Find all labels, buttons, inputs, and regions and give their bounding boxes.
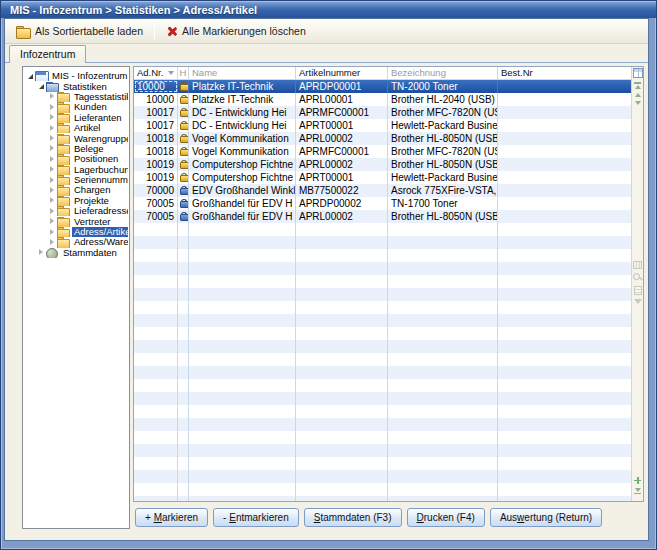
grid-select-all-icon[interactable] <box>633 68 643 78</box>
tree-item-adress-artikel[interactable]: Adress/Artikel <box>24 227 128 237</box>
column-header-name[interactable]: Name <box>189 67 296 80</box>
footer-button-auswertung-return[interactable]: Auswertung (Return) <box>490 508 602 527</box>
tree-item-warengruppen[interactable]: Warengruppen <box>24 133 128 143</box>
scroll-top-icon[interactable] <box>634 81 641 89</box>
table-row[interactable]: 10017DC - Entwicklung HeiAPRMFC00001Brot… <box>134 106 631 119</box>
cell-name: DC - Entwicklung Hei <box>189 106 296 119</box>
table-row[interactable]: 10000Platzke IT-TechnikAPRDP00001TN-2000… <box>134 80 631 93</box>
tree-item-positionen[interactable]: Positionen <box>24 154 128 164</box>
column-header-bezeichnung[interactable]: Bezeichnung <box>388 67 498 80</box>
cell-ad-nr: 10000 <box>134 93 178 106</box>
tree-item-kunden[interactable]: Kunden <box>24 102 128 112</box>
column-header-h[interactable]: H <box>178 67 189 80</box>
table-row[interactable]: 10019Computershop FichtneAPRT00001Hewlet… <box>134 171 631 184</box>
tree-expand-icon[interactable] <box>48 113 57 122</box>
tree-item-projekte[interactable]: Projekte <box>24 196 128 206</box>
column-chooser-icon[interactable] <box>633 261 642 269</box>
row-up-icon[interactable] <box>635 93 641 97</box>
export-icon[interactable] <box>634 286 642 295</box>
cell-ad-nr <box>134 418 178 431</box>
table-row[interactable]: 10018Vogel KommunikationAPRL00002Brother… <box>134 132 631 145</box>
tree-expand-icon[interactable] <box>48 207 57 216</box>
table-row[interactable]: 70000EDV Großhandel WinklMB77500022Asroc… <box>134 184 631 197</box>
cell-name <box>189 249 296 262</box>
cell-artikelnummer <box>296 483 388 496</box>
cell-bezeichnung <box>388 483 498 496</box>
footer-button-entmarkieren[interactable]: - Entmarkieren <box>213 508 299 527</box>
tree-expand-icon[interactable] <box>48 196 57 205</box>
table-row[interactable]: 10000Platzke IT-TechnikAPRL00001Brother … <box>134 93 631 106</box>
row-down-icon[interactable] <box>635 101 641 105</box>
cell-bezeichnung <box>388 288 498 301</box>
tree-expand-icon[interactable] <box>48 103 57 112</box>
tree-item-mis-infozentrum[interactable]: MIS - Infozentrum <box>24 71 128 81</box>
tree-expand-icon[interactable] <box>48 217 57 226</box>
cell-h <box>178 288 189 301</box>
tree-expand-icon[interactable] <box>48 176 57 185</box>
cell-ad-nr <box>134 327 178 340</box>
table-row[interactable]: 10017DC - Entwicklung HeiAPRT00001Hewlet… <box>134 119 631 132</box>
tree-expand-icon[interactable] <box>48 165 57 174</box>
column-header-artikelnummer[interactable]: Artikelnummer <box>296 67 388 80</box>
tree-item-tagesstatistik[interactable]: Tagesstatistik <box>24 92 128 102</box>
tree-expand-icon[interactable] <box>48 228 57 237</box>
column-header-ad-nr-[interactable]: Ad.Nr. <box>134 67 178 80</box>
tree-item-artikel[interactable]: Artikel <box>24 123 128 133</box>
yellow-padlock-icon <box>180 160 187 169</box>
tree-item-vertreter[interactable]: Vertreter <box>24 216 128 226</box>
footer-button-markieren[interactable]: + Markieren <box>135 508 208 527</box>
grid-panel: Ad.Nr.HNameArtikelnummerBezeichnungBest.… <box>133 66 644 529</box>
tree-item-belege[interactable]: Belege <box>24 144 128 154</box>
cell-best-nr <box>498 184 631 197</box>
tree-item-chargen[interactable]: Chargen <box>24 185 128 195</box>
tree-expand-icon[interactable] <box>48 124 57 133</box>
footer-button-stammdaten-f3[interactable]: Stammdaten (F3) <box>304 508 402 527</box>
tree-item-stammdaten[interactable]: Stammdaten <box>24 248 128 258</box>
tree-item-label: Warengruppen <box>72 134 128 144</box>
table-row[interactable]: 70005Großhandel für EDV HAPRDP00002TN-17… <box>134 197 631 210</box>
tree-expand-icon[interactable] <box>48 186 57 195</box>
cell-h <box>178 93 189 106</box>
tab-infozentrum[interactable]: Infozentrum <box>9 45 86 63</box>
tree-expand-icon[interactable] <box>48 92 57 101</box>
tree-expand-icon[interactable] <box>48 144 57 153</box>
yellow-padlock-icon <box>180 108 187 117</box>
tree-item-lieferanten[interactable]: Lieferanten <box>24 113 128 123</box>
cell-ad-nr: 10019 <box>134 171 178 184</box>
cell-bezeichnung: TN-2000 Toner <box>388 80 498 93</box>
cell-ad-nr: 70005 <box>134 197 178 210</box>
scroll-bottom-icon[interactable] <box>634 488 641 496</box>
search-icon[interactable] <box>633 273 642 282</box>
load-sort-table-button[interactable]: Als Sortiertabelle laden <box>9 21 150 41</box>
tree-collapse-icon[interactable] <box>26 72 35 81</box>
table-row[interactable]: 10018Vogel KommunikationAPRMFC00001Broth… <box>134 145 631 158</box>
cell-ad-nr <box>134 431 178 444</box>
tree-expand-icon[interactable] <box>48 155 57 164</box>
cell-h <box>178 80 189 93</box>
cell-name <box>189 457 296 470</box>
tree-expand-icon[interactable] <box>48 238 57 247</box>
tree-item-lagerbuchungen[interactable]: Lagerbuchungen <box>24 165 128 175</box>
cell-best-nr <box>498 353 631 366</box>
insert-row-icon[interactable] <box>634 477 641 484</box>
tree-item-statistiken[interactable]: Statistiken <box>24 81 128 91</box>
tree-item-adress-warengruppen[interactable]: Adress/Warengruppen <box>24 237 128 247</box>
cell-bezeichnung <box>388 249 498 262</box>
footer-button-drucken-f4[interactable]: Drucken (F4) <box>407 508 485 527</box>
cell-name <box>189 223 296 236</box>
tree-item-seriennummern[interactable]: Seriennummern <box>24 175 128 185</box>
filter-icon[interactable] <box>634 299 642 304</box>
tree-item-lieferadressen[interactable]: Lieferadressen <box>24 206 128 216</box>
tree-collapse-icon[interactable] <box>37 82 46 91</box>
tree-item-label: Tagesstatistik <box>72 92 128 102</box>
cell-h <box>178 314 189 327</box>
clear-marks-button[interactable]: Alle Markierungen löschen <box>159 21 313 41</box>
tree-expand-icon[interactable] <box>37 248 46 257</box>
folder-icon <box>57 237 70 247</box>
tree-expand-icon[interactable] <box>48 134 57 143</box>
cell-ad-nr <box>134 223 178 236</box>
cell-ad-nr <box>134 457 178 470</box>
column-header-best-nr[interactable]: Best.Nr <box>498 67 631 80</box>
table-row[interactable]: 70005Großhandel für EDV HAPRL00002Brothe… <box>134 210 631 223</box>
table-row[interactable]: 10019Computershop FichtneAPRL00002Brothe… <box>134 158 631 171</box>
